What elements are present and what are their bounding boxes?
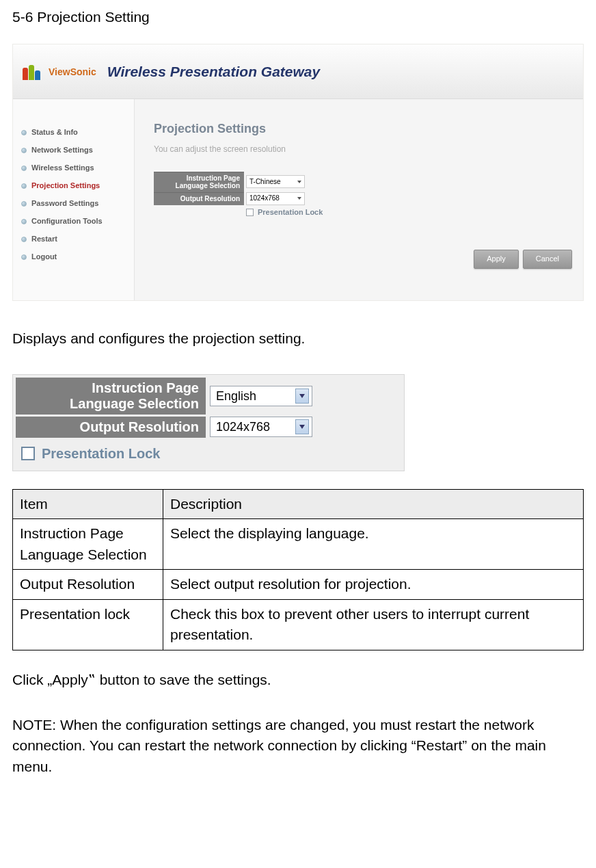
resolution-label: Output Resolution — [154, 192, 244, 205]
bullet-icon — [21, 183, 27, 189]
resolution-label-large: Output Resolution — [16, 417, 206, 438]
chevron-down-icon — [295, 419, 309, 434]
sidebar-item-label: Projection Settings — [31, 181, 100, 192]
settings-detail: Instruction Page Language Selection Engl… — [12, 374, 405, 471]
sidebar-item-label: Wireless Settings — [31, 163, 94, 174]
table-row: Instruction Page Language SelectionSelec… — [13, 519, 584, 570]
sidebar-item-label: Logout — [31, 252, 57, 263]
apply-note: Click „Apply‟ button to save the setting… — [12, 670, 584, 690]
sidebar-item-label: Status & Info — [31, 127, 78, 138]
table-row: Presentation lockCheck this box to preve… — [13, 599, 584, 650]
sidebar-item-status-info[interactable]: Status & Info — [13, 124, 134, 142]
bullet-icon — [21, 148, 27, 153]
language-select[interactable]: T-Chinese — [246, 175, 305, 188]
language-label-large: Instruction Page Language Selection — [16, 378, 206, 415]
sidebar-item-label: Configuration Tools — [31, 216, 103, 227]
main-panel: Projection Settings You can adjust the s… — [135, 99, 583, 300]
language-value-large: English — [216, 387, 256, 405]
apply-button[interactable]: Apply — [474, 250, 519, 269]
chevron-down-icon — [297, 181, 301, 183]
panel-subtitle: You can adjust the screen resolution — [154, 144, 564, 155]
sidebar-item-restart[interactable]: Restart — [13, 231, 134, 248]
viewsonic-logo-icon — [23, 64, 42, 80]
section-heading: 5-6 Projection Setting — [12, 7, 584, 27]
resolution-value-large: 1024x768 — [216, 418, 270, 436]
chevron-down-icon — [297, 197, 301, 200]
bullet-icon — [21, 201, 27, 207]
panel-title: Projection Settings — [154, 120, 564, 137]
table-cell-item: Presentation lock — [13, 599, 163, 650]
bullet-icon — [21, 130, 27, 135]
sidebar-item-wireless-settings[interactable]: Wireless Settings — [13, 159, 134, 177]
presentation-lock-label: Presentation Lock — [258, 207, 323, 218]
presentation-lock-label-large: Presentation Lock — [42, 444, 160, 464]
table-cell-item: Output Resolution — [13, 570, 163, 599]
sidebar-item-label: Restart — [31, 234, 57, 245]
description-table: Item Description Instruction Page Langua… — [12, 489, 584, 650]
resolution-value: 1024x768 — [249, 194, 280, 204]
sidebar-item-label: Password Settings — [31, 198, 98, 209]
restart-note: NOTE: When the configuration settings ar… — [12, 715, 584, 777]
language-value: T-Chinese — [249, 177, 281, 187]
brand-text: ViewSonic — [49, 65, 96, 79]
sidebar: Status & InfoNetwork SettingsWireless Se… — [13, 99, 135, 300]
presentation-lock-checkbox[interactable] — [246, 209, 254, 216]
presentation-lock-checkbox-large[interactable] — [21, 447, 35, 460]
table-header-desc: Description — [163, 489, 584, 518]
table-cell-desc: Select the displaying language. — [163, 519, 584, 570]
bullet-icon — [21, 219, 27, 224]
language-label: Instruction Page Language Selection — [154, 172, 244, 192]
header-title: Wireless Presentation Gateway — [107, 62, 320, 82]
sidebar-item-password-settings[interactable]: Password Settings — [13, 195, 134, 213]
bullet-icon — [21, 166, 27, 171]
sidebar-item-configuration-tools[interactable]: Configuration Tools — [13, 213, 134, 231]
app-header: ViewSonic Wireless Presentation Gateway — [13, 44, 583, 99]
bullet-icon — [21, 254, 27, 260]
table-cell-desc: Select output resolution for projection. — [163, 570, 584, 599]
table-cell-item: Instruction Page Language Selection — [13, 519, 163, 570]
bullet-icon — [21, 237, 27, 242]
resolution-select-large[interactable]: 1024x768 — [210, 417, 312, 437]
sidebar-item-network-settings[interactable]: Network Settings — [13, 142, 134, 159]
cancel-button[interactable]: Cancel — [523, 250, 572, 269]
sidebar-item-label: Network Settings — [31, 145, 93, 156]
table-header-item: Item — [13, 489, 163, 518]
sidebar-item-logout[interactable]: Logout — [13, 248, 134, 266]
intro-text: Displays and configures the projection s… — [12, 328, 584, 349]
language-select-large[interactable]: English — [210, 386, 312, 406]
table-cell-desc: Check this box to prevent other users to… — [163, 599, 584, 650]
table-row: Output ResolutionSelect output resolutio… — [13, 570, 584, 599]
sidebar-item-projection-settings[interactable]: Projection Settings — [13, 177, 134, 195]
chevron-down-icon — [295, 389, 309, 404]
admin-screenshot: ViewSonic Wireless Presentation Gateway … — [12, 44, 584, 301]
resolution-select[interactable]: 1024x768 — [246, 192, 305, 205]
